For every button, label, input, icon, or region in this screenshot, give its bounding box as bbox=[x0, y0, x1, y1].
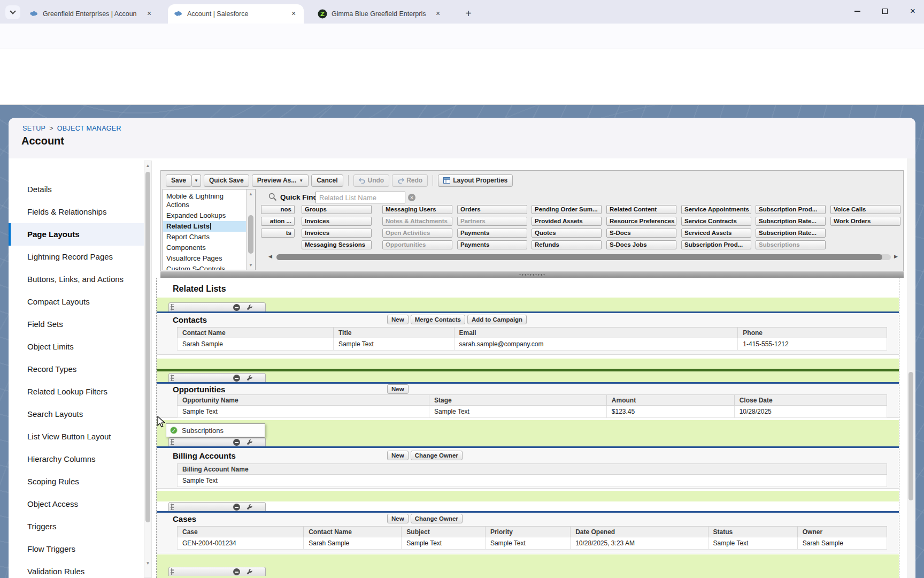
palette-item-ts[interactable]: ts bbox=[261, 229, 295, 238]
browser-tab[interactable]: Account | Salesforce× bbox=[168, 4, 304, 24]
related-list-drag-handle[interactable] bbox=[168, 567, 266, 576]
tab-close-icon[interactable]: × bbox=[289, 9, 298, 19]
sidebar-item-details[interactable]: Details bbox=[9, 178, 144, 201]
palette-item-service-contracts[interactable]: Service Contracts bbox=[681, 217, 751, 226]
palette-hscrollbar[interactable] bbox=[276, 254, 891, 260]
related-list-drag-handle[interactable] bbox=[168, 502, 266, 511]
palette-item-resource-preferences[interactable]: Resource Preferences bbox=[606, 217, 676, 226]
quick-save-button[interactable]: Quick Save bbox=[204, 174, 249, 187]
palette-category-custom-s-controls[interactable]: Custom S-Controls bbox=[163, 264, 247, 270]
tab-close-icon[interactable]: × bbox=[433, 9, 443, 19]
palette-item-partners[interactable]: Partners bbox=[457, 217, 527, 226]
palette-item-pending-order-sum[interactable]: Pending Order Sum... bbox=[532, 205, 602, 214]
remove-icon[interactable] bbox=[233, 504, 240, 511]
change-owner-button[interactable]: Change Owner bbox=[411, 514, 463, 523]
palette-item-orders[interactable]: Orders bbox=[457, 205, 527, 214]
sidebar-item-fields-relationships[interactable]: Fields & Relationships bbox=[9, 201, 144, 223]
palette-item-invoices[interactable]: Invoices bbox=[302, 229, 372, 238]
palette-item-subscription-prod[interactable]: Subscription Prod... bbox=[756, 205, 826, 214]
scroll-down-icon[interactable]: ▼ bbox=[247, 263, 255, 268]
window-minimize-button[interactable] bbox=[848, 3, 866, 19]
wrench-icon[interactable] bbox=[246, 304, 253, 311]
clear-search-icon[interactable]: × bbox=[408, 194, 415, 201]
browser-tab[interactable]: Greenfield Enterprises | Accoun× bbox=[24, 4, 159, 24]
palette-item-subscription-prod[interactable]: Subscription Prod... bbox=[681, 240, 751, 249]
palette-item-notes-attachments[interactable]: Notes & Attachments bbox=[382, 217, 452, 226]
sidebar-scrollbar-thumb[interactable] bbox=[145, 172, 150, 522]
sidebar-item-flow-triggers[interactable]: Flow Triggers bbox=[9, 538, 144, 560]
sidebar-item-object-limits[interactable]: Object Limits bbox=[9, 336, 144, 358]
palette-item-subscription-rate[interactable]: Subscription Rate... bbox=[756, 229, 826, 238]
related-list-drag-handle[interactable] bbox=[168, 373, 266, 382]
scroll-up-icon[interactable]: ▲ bbox=[144, 163, 151, 168]
breadcrumb-setup-link[interactable]: SETUP bbox=[22, 125, 45, 132]
new-tab-button[interactable]: + bbox=[461, 6, 476, 21]
palette-item-provided-assets[interactable]: Provided Assets bbox=[532, 217, 602, 226]
sidebar-item-hierarchy-columns[interactable]: Hierarchy Columns bbox=[9, 448, 144, 470]
wrench-icon[interactable] bbox=[246, 504, 253, 511]
window-maximize-button[interactable] bbox=[876, 3, 894, 19]
wrench-icon[interactable] bbox=[246, 375, 253, 382]
drop-zone[interactable] bbox=[157, 491, 899, 501]
drop-zone[interactable] bbox=[157, 298, 899, 311]
palette-item-serviced-assets[interactable]: Serviced Assets bbox=[681, 229, 751, 238]
remove-icon[interactable] bbox=[233, 568, 240, 575]
palette-item-related-content[interactable]: Related Content bbox=[606, 205, 676, 214]
scroll-up-icon[interactable]: ▲ bbox=[247, 192, 255, 196]
remove-icon[interactable] bbox=[233, 375, 240, 382]
palette-hscrollbar-thumb[interactable] bbox=[276, 254, 882, 260]
drop-zone[interactable] bbox=[157, 420, 899, 446]
cancel-button[interactable]: Cancel bbox=[311, 174, 343, 187]
sidebar-scrollbar[interactable]: ▲ ▼ bbox=[144, 161, 152, 578]
palette-item-work-orders[interactable]: Work Orders bbox=[830, 217, 900, 226]
change-owner-button[interactable]: Change Owner bbox=[411, 451, 463, 460]
redo-button[interactable]: Redo bbox=[392, 174, 428, 187]
wrench-icon[interactable] bbox=[246, 568, 253, 575]
palette-item-invoices[interactable]: Invoices bbox=[302, 217, 372, 226]
palette-item-payments[interactable]: Payments bbox=[457, 240, 527, 249]
palette-item-subscription-rate[interactable]: Subscription Rate... bbox=[756, 217, 826, 226]
sidebar-item-lightning-record-pages[interactable]: Lightning Record Pages bbox=[9, 246, 144, 268]
merge-contacts-button[interactable]: Merge Contacts bbox=[411, 315, 465, 324]
sidebar-item-scoping-rules[interactable]: Scoping Rules bbox=[9, 470, 144, 493]
editor-splitter-handle[interactable] bbox=[160, 271, 904, 278]
palette-item-messaging-sessions[interactable]: Messaging Sessions bbox=[302, 240, 372, 249]
palette-item-ation[interactable]: ation ... bbox=[261, 217, 295, 226]
palette-item-service-appointments[interactable]: Service Appointments bbox=[681, 205, 751, 214]
drop-zone[interactable] bbox=[157, 554, 899, 578]
quick-find-input[interactable] bbox=[315, 192, 405, 203]
sidebar-item-list-view-button-layout[interactable]: List View Button Layout bbox=[9, 425, 144, 448]
palette-item-quotes[interactable]: Quotes bbox=[532, 229, 602, 238]
add-to-campaign-button[interactable]: Add to Campaign bbox=[467, 315, 527, 324]
sidebar-item-related-lookup-filters[interactable]: Related Lookup Filters bbox=[9, 381, 144, 403]
palette-category-mobile-lightning-actions[interactable]: Mobile & Lightning Actions bbox=[163, 191, 247, 210]
related-list-drag-handle[interactable] bbox=[168, 302, 266, 311]
palette-item-payments[interactable]: Payments bbox=[457, 229, 527, 238]
palette-category-components[interactable]: Components bbox=[163, 242, 247, 253]
new-button[interactable]: New bbox=[387, 514, 409, 523]
sidebar-item-page-layouts[interactable]: Page Layouts bbox=[9, 223, 144, 246]
remove-icon[interactable] bbox=[233, 439, 240, 446]
new-button[interactable]: New bbox=[387, 451, 409, 460]
drop-zone[interactable] bbox=[157, 359, 899, 369]
drop-zone[interactable] bbox=[157, 371, 899, 382]
sidebar-item-compact-layouts[interactable]: Compact Layouts bbox=[9, 291, 144, 313]
layout-properties-button[interactable]: Layout Properties bbox=[438, 174, 513, 187]
palette-item-voice-calls[interactable]: Voice Calls bbox=[830, 205, 900, 214]
sidebar-item-validation-rules[interactable]: Validation Rules bbox=[9, 560, 144, 578]
palette-category-expanded-lookups[interactable]: Expanded Lookups bbox=[163, 210, 247, 221]
new-button[interactable]: New bbox=[387, 315, 409, 324]
save-dropdown-icon[interactable]: ▼ bbox=[191, 174, 201, 187]
palette-item-refunds[interactable]: Refunds bbox=[532, 240, 602, 249]
palette-item-open-activities[interactable]: Open Activities bbox=[382, 229, 452, 238]
new-button[interactable]: New bbox=[387, 384, 409, 394]
palette-category-report-charts[interactable]: Report Charts bbox=[163, 232, 247, 242]
palette-item-groups[interactable]: Groups bbox=[302, 205, 372, 214]
palette-item-opportunities[interactable]: Opportunities bbox=[382, 240, 452, 249]
sidebar-item-triggers[interactable]: Triggers bbox=[9, 515, 144, 538]
remove-icon[interactable] bbox=[233, 304, 240, 311]
preview-as-button[interactable]: Preview As...▼ bbox=[252, 174, 309, 187]
palette-scrollbar-thumb[interactable] bbox=[248, 215, 253, 254]
palette-item-subscriptions[interactable]: Subscriptions bbox=[756, 240, 826, 249]
scroll-right-icon[interactable]: ▶ bbox=[894, 254, 898, 259]
